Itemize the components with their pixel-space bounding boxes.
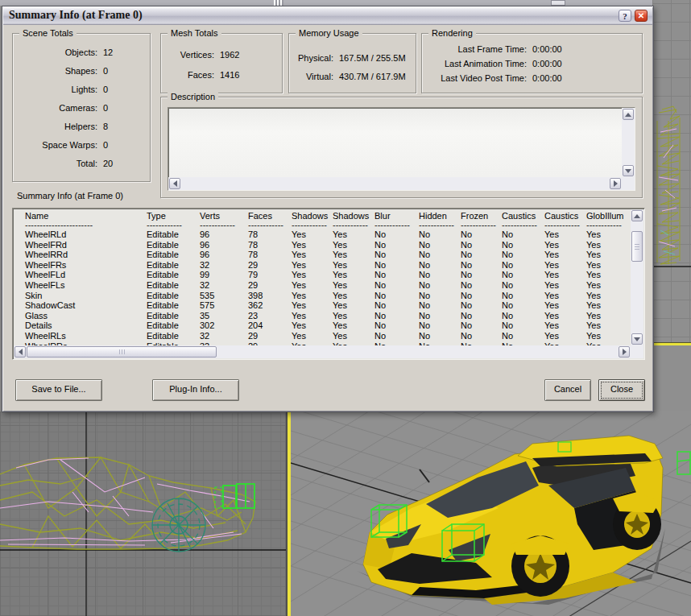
viewport-left-view[interactable] [0,411,286,616]
cell: Yes [544,250,586,260]
cell: 302 [200,320,248,331]
scene-label: Objects: [19,48,97,57]
cell: Yes [586,280,631,291]
list-row[interactable]: DetailsEditable302204YesYesNoNoNoNoYesYe… [14,320,631,331]
viewport-perspective[interactable] [291,411,691,616]
cell: Yes [544,320,586,331]
viewport-front-partial[interactable] [652,0,691,411]
cell: 96 [200,229,248,240]
list-row[interactable]: WheelRRdEditable9678YesYesNoNoNoNoYesYes [14,250,631,260]
cancel-button[interactable]: Cancel [544,379,591,401]
help-icon[interactable]: ? [619,10,631,22]
cell: No [502,280,544,291]
rendering-value: 0:00:00 [532,44,562,54]
cell: No [461,291,502,301]
cell: No [419,280,461,291]
scroll-up-icon[interactable] [631,210,643,221]
description-horizontal-scrollbar[interactable] [168,177,622,190]
cell: Editable [147,311,200,321]
list-horizontal-scrollbar[interactable] [14,345,631,358]
cell: Yes [333,270,374,280]
save-to-file-button[interactable]: Save to File... [15,379,102,401]
dialog-titlebar[interactable]: Summary Info (at Frame 0) ? ✕ [3,7,652,25]
cell: No [419,270,461,280]
scene-value: 0 [103,85,108,94]
scroll-down-icon[interactable] [623,165,634,176]
cell: No [461,240,502,250]
group-description: Description [160,97,643,198]
rendering-label: Last Animation Time: [428,59,527,68]
list-row[interactable]: WheelFLsEditable3229YesYesNoNoNoNoYesYes [14,280,631,291]
horizontal-scroll-thumb[interactable] [27,346,217,358]
group-legend: Description [168,92,218,102]
list-vertical-scrollbar[interactable] [631,209,643,345]
cell: No [374,270,419,280]
object-list: NameTypeVertsFacesShadowsShadowsBlurHidd… [12,208,645,360]
cell: Editable [147,260,200,271]
vertical-scroll-thumb[interactable] [631,231,643,262]
scrollbar-corner [631,345,643,358]
cell: Yes [333,320,374,331]
left-arrow-glyph [173,180,177,187]
list-row[interactable]: SkinEditable535398YesYesNoNoNoNoYesYes [14,291,631,301]
description-input[interactable] [168,107,635,191]
scroll-down-icon[interactable] [631,333,643,345]
cell: No [502,291,544,301]
cell: Yes [292,250,333,260]
close-button[interactable]: Close [598,379,645,401]
cell: 79 [248,270,292,280]
group-legend: Memory Usage [296,28,362,39]
list-separator-row: ----------------------------------------… [14,221,631,229]
list-row[interactable]: WheelRLdEditable9678YesYesNoNoNoNoYesYes [14,229,631,240]
cell: Yes [586,270,631,280]
cell: 535 [200,291,248,301]
group-scene-totals: Scene Totals Objects:12 Shapes:0 Lights:… [12,33,151,182]
cell: Editable [147,240,200,250]
scroll-left-icon[interactable] [14,346,26,358]
description-vertical-scrollbar[interactable] [622,108,635,177]
list-row[interactable]: WheelFRsEditable3229YesYesNoNoNoNoYesYes [14,260,631,271]
cell: No [419,291,461,301]
scrollbar-corner [622,177,635,190]
cell: Editable [147,331,200,341]
close-icon[interactable]: ✕ [635,10,648,22]
cell: Yes [544,291,586,301]
plugin-info-button[interactable]: Plug-In Info... [152,379,239,401]
scroll-right-icon[interactable] [619,346,630,358]
cell: Editable [147,320,200,331]
cell: ------------ [419,221,461,229]
up-arrow-glyph [634,214,640,218]
app-top-strip [0,0,652,6]
list-row[interactable]: ShadowCastEditable575362YesYesNoNoNoNoYe… [14,300,631,311]
mesh-value: 1416 [220,70,239,80]
scroll-up-icon[interactable] [623,109,634,120]
group-mesh-totals: Mesh Totals Vertices:1962 Faces:1416 [160,33,283,93]
scene-label: Cameras: [19,103,97,113]
cell: 32 [200,331,248,341]
cell: ------------ [248,221,292,229]
memory-value: 167.5M / 255.5M [339,53,406,63]
cell: No [502,331,544,341]
list-row[interactable]: WheelRLsEditable3229YesYesNoNoNoNoYesYes [14,331,631,341]
cell: No [461,260,502,271]
cell: No [461,229,502,240]
summary-info-label: Summary Info (at Frame 0) [17,191,123,201]
cell: No [374,250,419,260]
scroll-right-icon[interactable] [610,178,621,189]
cell: WheelFRs [25,260,147,271]
rendering-label: Last Frame Time: [428,44,527,54]
cell: No [419,300,461,311]
list-row[interactable]: WheelFRdEditable9678YesYesNoNoNoNoYesYes [14,240,631,250]
scene-value: 20 [103,159,113,168]
scroll-left-icon[interactable] [169,178,180,189]
cell: 96 [200,250,248,260]
list-row[interactable]: GlassEditable3523YesYesNoNoNoNoYesYes [14,311,631,321]
list-row[interactable]: WheelFLdEditable9979YesYesNoNoNoNoYesYes [14,270,631,280]
cell: Yes [292,270,333,280]
cell: No [502,320,544,331]
group-legend: Rendering [428,28,476,39]
cell: Yes [586,250,631,260]
cell: Yes [586,260,631,271]
cell: Yes [292,300,333,311]
cell: Yes [333,291,374,301]
